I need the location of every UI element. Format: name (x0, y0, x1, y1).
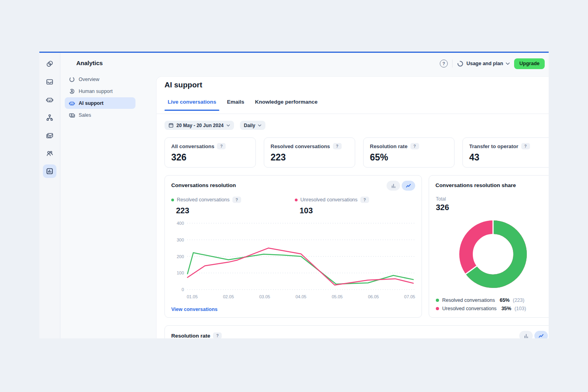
date-range-value: 20 May - 20 Jun 2024 (176, 123, 224, 128)
conversations-resolution-card: Conversations resolution Resolved conver… (164, 175, 422, 318)
header-divider (452, 60, 453, 68)
resolution-rate-card: Resolution rate ? (164, 325, 549, 338)
stat-card-resolved-conversations: Resolved conversations? 223 (264, 137, 355, 168)
nav-item-label: Sales (79, 112, 91, 118)
help-badge[interactable]: ? (217, 143, 226, 149)
analytics-icon[interactable] (43, 164, 56, 178)
legend-value: 223 (176, 206, 241, 215)
legend-percent: 65% (500, 297, 510, 303)
nav-item-human-support[interactable]: Human support (65, 85, 135, 97)
stat-value: 223 (271, 152, 348, 163)
y-axis-label: 300 (177, 238, 184, 242)
lyro-bot-icon[interactable] (43, 93, 56, 106)
upgrade-button[interactable]: Upgrade (514, 58, 545, 69)
x-axis-label: 07.05 (404, 294, 415, 299)
chevron-down-icon (506, 62, 510, 65)
overview-icon (69, 76, 75, 83)
icon-rail (39, 53, 60, 338)
help-badge[interactable]: ? (213, 332, 222, 338)
nav-item-overview[interactable]: Overview (65, 73, 135, 85)
filters: 20 May - 20 Jun 2024 Daily (164, 121, 265, 130)
line-chart-toggle-button[interactable] (402, 181, 415, 191)
x-axis-label: 03.05 (259, 294, 270, 299)
stat-value: 326 (171, 152, 249, 163)
legend-label: Resolved conversations (177, 197, 230, 203)
stat-label: Resolution rate (370, 143, 408, 149)
legend-count: (103) (514, 306, 526, 311)
legend-resolved: Resolved conversations ? 223 (171, 197, 241, 215)
legend-value: 103 (300, 206, 369, 215)
total-value: 326 (436, 203, 449, 212)
y-axis-label: 400 (177, 221, 184, 226)
legend-unresolved: Unresolved conversations ? 103 (295, 197, 369, 215)
legend-label: Resolved conversations (442, 297, 495, 303)
resolution-share-donut (459, 220, 527, 288)
legend-percent: 35% (501, 306, 511, 311)
y-axis-label: 200 (177, 254, 184, 259)
share-legend: Resolved conversations 65% (223) Uresolv… (436, 296, 526, 313)
x-axis-label: 04.05 (296, 294, 307, 299)
chevron-down-icon (258, 124, 261, 127)
tab-emails[interactable]: Emails (227, 99, 244, 111)
ai-support-panel: AI support Live conversations Emails Kno… (156, 76, 549, 338)
share-legend-row-unresolved: Uresolved conversations 35% (103) (436, 304, 526, 313)
legend-label: Unresolved conversations (300, 197, 358, 203)
nav-item-label: Overview (79, 77, 99, 82)
usage-and-plan-label: Usage and plan (466, 61, 503, 66)
help-badge[interactable]: ? (521, 143, 530, 149)
nav-item-ai-support[interactable]: AI support (65, 97, 135, 109)
tabs: Live conversations Emails Knowledge perf… (168, 99, 317, 111)
usage-and-plan-menu[interactable]: Usage and plan (457, 60, 510, 67)
usage-ring-icon (457, 60, 464, 67)
stat-value: 43 (469, 152, 547, 163)
tidio-logo-icon[interactable] (43, 57, 56, 71)
line-chart-toggle-button[interactable] (534, 331, 548, 338)
main-area: Analytics ? Usage and plan Upgrade (60, 53, 549, 338)
share-legend-row-resolved: Resolved conversations 65% (223) (436, 296, 526, 304)
help-badge[interactable]: ? (333, 143, 342, 149)
view-conversations-link[interactable]: View conversations (171, 307, 218, 312)
chevron-down-icon (226, 124, 230, 127)
legend-count: (223) (513, 297, 524, 303)
chart-type-toggle (519, 331, 548, 338)
total-label: Total (436, 196, 446, 202)
series-line (188, 248, 413, 285)
y-axis-label: 100 (177, 270, 184, 275)
flows-icon[interactable] (43, 111, 56, 124)
unresolved-legend-dot (436, 307, 439, 310)
tab-live-conversations[interactable]: Live conversations (168, 99, 216, 111)
nav-item-sales[interactable]: Sales (65, 109, 135, 121)
granularity-select[interactable]: Daily (240, 121, 266, 130)
x-axis-label: 06.05 (368, 294, 379, 299)
help-badge[interactable]: ? (410, 143, 419, 149)
chart-type-toggle (387, 181, 415, 191)
stat-label: All conversations (171, 143, 214, 149)
bar-chart-toggle-button[interactable] (387, 181, 400, 191)
tab-knowledge-performance[interactable]: Knowledge performance (255, 99, 318, 111)
stat-card-resolution-rate: Resolution rate? 65% (363, 137, 455, 168)
sales-icon (69, 112, 75, 118)
inbox-icon[interactable] (43, 75, 56, 89)
tabs-divider (157, 114, 549, 114)
stat-label: Resolved conversations (271, 143, 330, 149)
help-badge[interactable]: ? (232, 197, 241, 203)
x-axis-label: 02.05 (223, 294, 234, 299)
panel-title: AI support (164, 81, 202, 89)
help-icon[interactable]: ? (440, 60, 448, 68)
stat-label: Transfer to operator (469, 143, 518, 149)
nav-item-label: AI support (79, 100, 104, 106)
date-range-picker[interactable]: 20 May - 20 Jun 2024 (164, 121, 234, 130)
contacts-icon[interactable] (43, 147, 56, 160)
calendar-icon (168, 123, 174, 128)
conversations-resolution-share-card: Conversations resolution share Total 326… (429, 175, 549, 318)
help-badge[interactable]: ? (360, 197, 369, 203)
x-axis-label: 01.05 (187, 294, 198, 299)
x-axis-label: 05.05 (332, 294, 343, 299)
resolved-legend-dot (171, 199, 174, 201)
resolved-legend-dot (436, 299, 439, 302)
campaigns-mail-icon[interactable] (43, 129, 56, 142)
resolution-line-chart: 010020030040001.0502.0503.0504.0505.0506… (171, 215, 416, 301)
bar-chart-toggle-button[interactable] (519, 331, 533, 338)
nav-item-label: Human support (79, 89, 112, 94)
legend-label: Uresolved conversations (442, 306, 497, 311)
